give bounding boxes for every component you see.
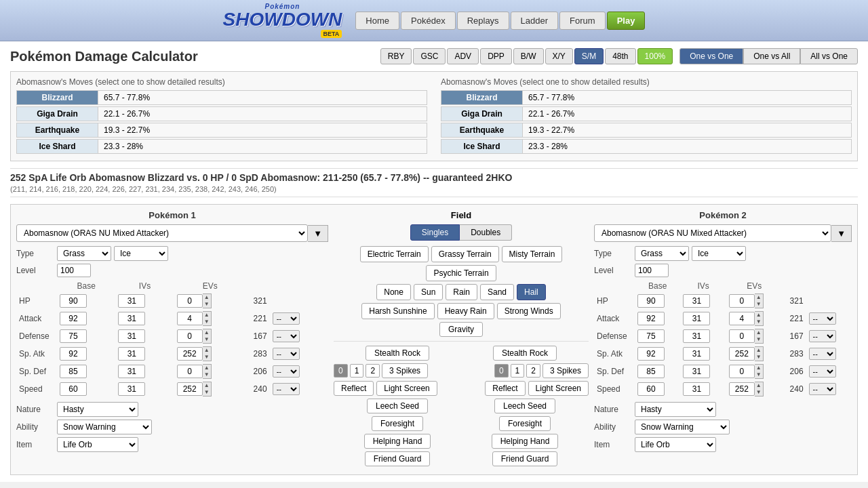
weather-none[interactable]: None [376,284,411,300]
stat-spinner-4[interactable]: ▲ ▼ [203,364,212,379]
weather-hail[interactable]: Hail [517,284,546,300]
gen-100[interactable]: 100% [637,48,673,64]
gen-adv[interactable]: ADV [447,48,479,64]
pokemon2-select-arrow[interactable]: ▼ [831,225,852,242]
stat-nature-select-5[interactable]: -- [273,383,300,395]
stat-spinner-up-3[interactable]: ▲ [203,347,211,354]
stat-spinner-down-1[interactable]: ▼ [755,319,763,325]
stat-nature-select-5[interactable]: -- [809,383,836,395]
stat-base-input-2[interactable] [637,329,665,343]
move-row-2-blizzard[interactable]: Blizzard 65.7 - 77.8% [441,90,852,105]
foresight-p2-btn[interactable]: Foresight [499,416,551,431]
stat-spinner-down-0[interactable]: ▼ [203,301,211,308]
pokemon1-type2[interactable]: Ice [114,246,168,261]
move-name[interactable]: Ice Shard [441,140,523,153]
stat-ivs-input-2[interactable] [118,329,145,343]
gen-48th[interactable]: 48th [605,48,635,64]
harsh-sunshine-btn[interactable]: Harsh Sunshine [361,303,434,319]
stat-evs-input-3[interactable] [177,347,203,361]
stat-spinner-down-0[interactable]: ▼ [755,301,763,308]
mode-all-vs-one[interactable]: All vs One [800,48,858,64]
nav-ladder[interactable]: Ladder [511,12,558,30]
stat-spinner-up-5[interactable]: ▲ [203,382,211,389]
stat-base-input-5[interactable] [60,382,87,396]
spikes-p1-1[interactable]: 1 [350,364,364,378]
reflect-p2-btn[interactable]: Reflect [485,381,525,396]
stat-spinner-up-5[interactable]: ▲ [755,382,763,389]
stat-base-input-2[interactable] [60,329,87,343]
pokemon2-type2[interactable]: Ice [692,246,746,261]
pokemon2-item[interactable]: Life Orb [635,437,716,452]
stat-nature-select-2[interactable]: -- [809,330,836,342]
three-spikes-p2-btn[interactable]: 3 Spikes [542,363,589,378]
stat-ivs-input-0[interactable] [118,294,145,308]
light-screen-p2-btn[interactable]: Light Screen [528,381,589,396]
stat-ivs-input-4[interactable] [118,365,145,378]
stat-ivs-input-1[interactable] [683,312,710,325]
spikes-p2-2[interactable]: 2 [526,364,540,378]
stat-spinner-2[interactable]: ▲ ▼ [203,329,212,344]
pokemon1-item[interactable]: Life Orb [57,437,138,452]
pokemon1-type1[interactable]: Grass [57,246,111,261]
three-spikes-p1-btn[interactable]: 3 Spikes [382,363,428,378]
move-row-2-iceshard[interactable]: Ice Shard 23.3 - 28% [441,139,852,154]
stat-base-input-4[interactable] [637,365,665,378]
gen-bw[interactable]: B/W [513,48,544,64]
friend-guard-p2-btn[interactable]: Friend Guard [492,451,558,466]
stat-spinner-down-2[interactable]: ▼ [203,336,211,343]
weather-rain[interactable]: Rain [446,284,477,300]
stat-ivs-input-5[interactable] [683,382,710,396]
move-row-2-earthquake[interactable]: Earthquake 19.3 - 22.7% [441,123,852,138]
stat-spinner-down-5[interactable]: ▼ [203,389,211,396]
stat-spinner-up-0[interactable]: ▲ [203,294,211,301]
stat-spinner-3[interactable]: ▲ ▼ [203,346,212,361]
stat-spinner-up-3[interactable]: ▲ [755,347,763,354]
stat-ivs-input-4[interactable] [683,365,710,378]
weather-sand[interactable]: Sand [480,284,514,300]
psychic-terrain-btn[interactable]: Psychic Terrain [426,265,496,281]
helping-hand-p2-btn[interactable]: Helping Hand [492,434,559,449]
stat-spinner-down-1[interactable]: ▼ [203,319,211,325]
stat-base-input-0[interactable] [637,294,665,308]
pokemon2-ability[interactable]: Snow Warning [635,420,730,434]
stat-spinner-2[interactable]: ▲ ▼ [755,329,764,344]
foresight-p1-btn[interactable]: Foresight [372,416,423,431]
spikes-p2-0[interactable]: 0 [494,364,509,378]
stat-spinner-4[interactable]: ▲ ▼ [755,364,764,379]
stat-spinner-up-4[interactable]: ▲ [755,365,763,371]
gen-dpp[interactable]: DPP [480,48,512,64]
stat-ivs-input-0[interactable] [683,294,710,308]
stealth-rock-p1-btn[interactable]: Stealth Rock [366,346,429,361]
move-row-2-gigadrain[interactable]: Giga Drain 22.1 - 26.7% [441,106,852,121]
stat-spinner-down-3[interactable]: ▼ [203,354,211,361]
pokemon2-nature[interactable]: Hasty [635,402,716,417]
pokemon2-level[interactable] [635,264,669,277]
stat-spinner-up-4[interactable]: ▲ [203,365,211,371]
stat-spinner-up-1[interactable]: ▲ [755,312,763,319]
pokemon1-select-arrow[interactable]: ▼ [308,225,328,242]
singles-btn[interactable]: Singles [410,224,460,241]
stat-base-input-0[interactable] [60,294,87,308]
pokemon1-level[interactable] [57,264,91,277]
nav-play[interactable]: Play [607,12,646,30]
nav-replays[interactable]: Replays [457,12,509,30]
move-row-1-iceshard[interactable]: Ice Shard 23.3 - 28% [16,139,427,154]
pokemon2-type1[interactable]: Grass [635,246,689,261]
stat-evs-input-4[interactable] [177,365,203,378]
stat-spinner-up-1[interactable]: ▲ [203,312,211,319]
stat-spinner-down-4[interactable]: ▼ [203,371,211,378]
stat-spinner-3[interactable]: ▲ ▼ [755,346,764,361]
move-name[interactable]: Blizzard [17,91,98,104]
grassy-terrain-btn[interactable]: Grassy Terrain [431,246,499,262]
stat-nature-select-1[interactable]: -- [809,312,836,325]
stat-spinner-down-2[interactable]: ▼ [755,336,763,343]
stat-evs-input-4[interactable] [729,365,755,378]
stat-spinner-down-3[interactable]: ▼ [755,354,763,361]
stat-nature-select-1[interactable]: -- [273,312,300,325]
stat-ivs-input-2[interactable] [683,329,710,343]
stat-base-input-3[interactable] [60,347,87,361]
stat-spinner-0[interactable]: ▲ ▼ [755,293,764,308]
gen-gsc[interactable]: GSC [413,48,446,64]
stat-nature-select-4[interactable]: -- [273,365,300,378]
move-name[interactable]: Blizzard [441,91,523,104]
